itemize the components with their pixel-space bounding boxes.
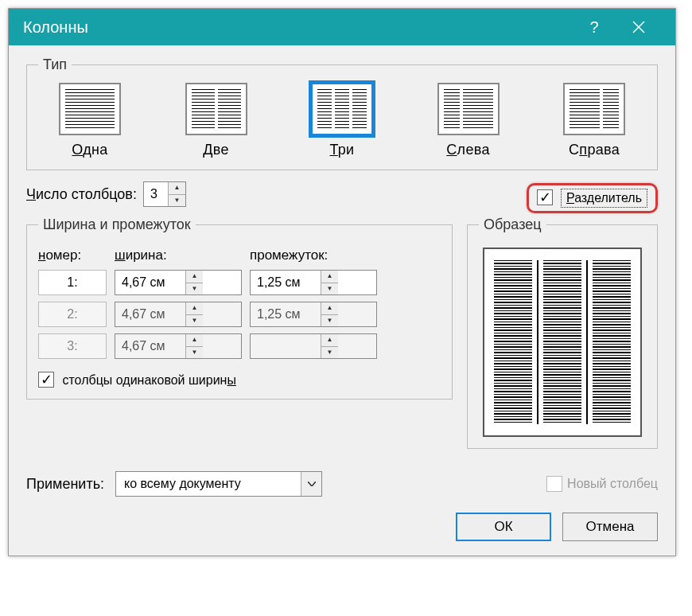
separator-checkbox[interactable] xyxy=(537,189,553,205)
dialog-body: Тип Одна Две xyxy=(9,45,675,556)
preset-right[interactable]: Справа xyxy=(542,83,646,158)
sample-group: Образец xyxy=(467,216,658,449)
apply-value: ко всему документу xyxy=(116,477,301,491)
apply-label: Применить: xyxy=(26,476,104,493)
gap-2-up: ▲ xyxy=(321,302,338,315)
preset-one-icon xyxy=(59,83,121,135)
sample-preview xyxy=(483,248,642,437)
separator-highlight: Разделитель xyxy=(527,183,658,213)
gap-2-input xyxy=(251,302,321,326)
row-num-3: 3: xyxy=(38,333,107,359)
preset-right-label: Справа xyxy=(542,142,646,158)
width-1-input[interactable] xyxy=(115,271,185,294)
row-num-1: 1: xyxy=(38,270,107,295)
width-3-input xyxy=(115,334,185,358)
preset-left-label: Слева xyxy=(417,142,520,158)
width-2-input xyxy=(115,302,185,326)
width-group: Ширина и промежуток номер: ширина: проме… xyxy=(26,216,453,400)
preset-three[interactable]: Три xyxy=(290,83,394,158)
dialog-title: Колонны xyxy=(23,18,572,37)
apply-dropdown-button[interactable] xyxy=(301,472,321,496)
width-1-down[interactable]: ▼ xyxy=(186,283,203,295)
preset-two-icon xyxy=(185,83,247,135)
hdr-gap: промежуток: xyxy=(250,248,377,263)
num-columns-down[interactable]: ▼ xyxy=(169,195,185,207)
num-columns-label: Число столбцов: xyxy=(26,186,137,203)
gap-3-up: ▲ xyxy=(321,334,338,347)
equal-width-row: столбцы одинаковой ширины xyxy=(38,372,441,388)
width-1-spinner[interactable]: ▲▼ xyxy=(115,270,242,295)
width-3-up: ▲ xyxy=(186,334,203,347)
new-column-label: Новый столбец xyxy=(567,477,658,491)
width-2-spinner: ▲▼ xyxy=(115,302,242,327)
preset-three-label: Три xyxy=(290,142,394,158)
gap-2-down: ▼ xyxy=(321,315,338,327)
hdr-width: ширина: xyxy=(115,248,242,263)
ok-button[interactable]: ОК xyxy=(456,513,551,541)
type-group: Тип Одна Две xyxy=(26,57,658,170)
preset-one-label: Одна xyxy=(38,142,142,158)
new-column-checkbox xyxy=(546,476,562,492)
gap-3-spinner: ▲▼ xyxy=(250,333,377,359)
gap-1-up[interactable]: ▲ xyxy=(321,271,338,283)
type-legend: Тип xyxy=(38,57,72,73)
preset-left[interactable]: Слева xyxy=(417,83,520,158)
width-3-down: ▼ xyxy=(186,347,203,359)
hdr-number: номер: xyxy=(38,248,107,263)
width-2-down: ▼ xyxy=(186,315,203,327)
width-2-up: ▲ xyxy=(186,302,203,315)
gap-1-input[interactable] xyxy=(251,271,321,294)
gap-2-spinner: ▲▼ xyxy=(250,302,377,327)
preset-one[interactable]: Одна xyxy=(38,83,142,158)
preset-right-icon xyxy=(563,83,625,135)
separator-label: Разделитель xyxy=(561,189,647,208)
close-button[interactable] xyxy=(616,9,661,45)
preset-two-label: Две xyxy=(165,142,268,158)
close-icon xyxy=(632,20,646,34)
num-columns-spinner[interactable]: ▲ ▼ xyxy=(143,181,186,207)
width-3-spinner: ▲▼ xyxy=(115,333,242,359)
gap-3-input xyxy=(251,334,321,358)
title-bar: Колонны ? xyxy=(9,9,675,45)
new-column-option: Новый столбец xyxy=(546,476,658,492)
chevron-down-icon xyxy=(308,481,316,486)
apply-select[interactable]: ко всему документу xyxy=(115,471,322,497)
columns-dialog: Колонны ? Тип Одна xyxy=(8,8,676,556)
width-legend: Ширина и промежуток xyxy=(38,216,196,233)
gap-1-spinner[interactable]: ▲▼ xyxy=(250,270,377,295)
width-1-up[interactable]: ▲ xyxy=(186,271,203,283)
preset-left-icon xyxy=(437,83,500,135)
preset-three-icon xyxy=(311,83,373,135)
row-num-2: 2: xyxy=(38,302,107,327)
gap-1-down[interactable]: ▼ xyxy=(321,283,338,295)
cancel-button[interactable]: Отмена xyxy=(562,513,658,541)
num-columns-input[interactable] xyxy=(144,182,168,206)
preset-two[interactable]: Две xyxy=(165,83,268,158)
help-button[interactable]: ? xyxy=(572,9,616,45)
sample-legend: Образец xyxy=(479,216,546,233)
equal-width-label: столбцы одинаковой ширины xyxy=(62,373,235,387)
equal-width-checkbox[interactable] xyxy=(38,372,54,388)
gap-3-down: ▼ xyxy=(321,347,338,359)
num-columns-up[interactable]: ▲ xyxy=(169,182,185,195)
